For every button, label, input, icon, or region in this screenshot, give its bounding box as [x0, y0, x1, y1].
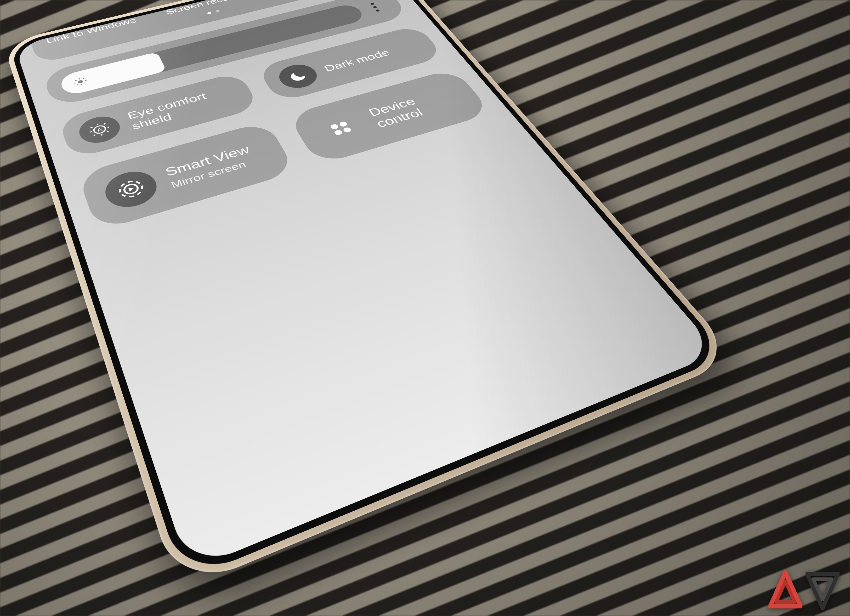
page-dot-active [207, 12, 212, 15]
chip-title: Device control [366, 84, 467, 130]
svg-line-16 [97, 124, 98, 125]
svg-line-8 [75, 83, 76, 84]
svg-line-23 [104, 123, 106, 125]
svg-line-22 [94, 135, 96, 136]
svg-point-29 [342, 127, 352, 133]
smart-view-icon [100, 166, 163, 213]
svg-line-21 [107, 131, 109, 133]
svg-line-19 [108, 127, 109, 128]
svg-rect-1 [82, 10, 92, 17]
watermark-logo [768, 571, 840, 610]
chip-text: Device control [366, 84, 467, 130]
device-control-icon [310, 108, 372, 149]
svg-text:A: A [96, 127, 103, 133]
toggle-label: Eye comfort shield [126, 84, 241, 132]
svg-line-17 [102, 135, 102, 135]
svg-line-18 [90, 132, 92, 132]
svg-line-6 [79, 78, 80, 79]
chip-text: Smart View Mirror screen [163, 143, 258, 190]
svg-point-26 [330, 124, 340, 130]
auto-brightness-icon: A [75, 113, 124, 147]
quick-settings-panel: Link to Windows Screen recorder [15, 0, 507, 237]
phone-screen: Link to Windows Screen recorder [15, 0, 719, 571]
stage: Link to Windows Screen recorder [0, 0, 850, 616]
toggle-label: Dark mode [322, 47, 392, 73]
svg-point-27 [338, 121, 348, 127]
moon-icon [274, 61, 322, 92]
brightness-sun-icon [72, 76, 90, 88]
svg-point-28 [334, 129, 343, 136]
svg-line-11 [84, 82, 86, 84]
svg-line-7 [81, 84, 82, 85]
svg-point-5 [78, 80, 84, 84]
brightness-more-icon[interactable] [364, 0, 390, 13]
svg-line-13 [83, 78, 84, 79]
phone: Link to Windows Screen recorder [3, 0, 739, 592]
svg-line-9 [85, 80, 87, 81]
svg-line-10 [75, 80, 77, 81]
page-dot [215, 10, 220, 12]
svg-line-12 [77, 84, 78, 85]
brightness-fill [58, 52, 167, 97]
svg-rect-0 [75, 9, 89, 16]
svg-line-20 [91, 127, 93, 128]
